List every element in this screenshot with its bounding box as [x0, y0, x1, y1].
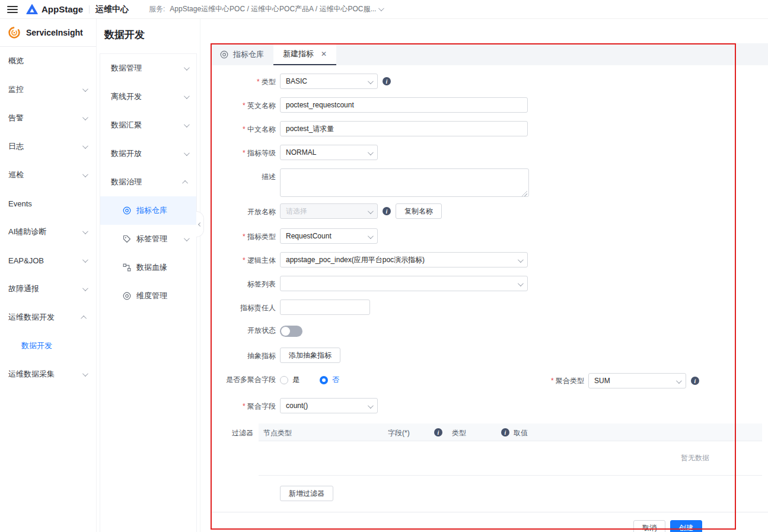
chevron-down-icon	[82, 114, 88, 120]
chevron-down-icon	[368, 233, 374, 239]
menu-item-data-open[interactable]: 数据开放	[100, 139, 196, 168]
sidebar-item-overview[interactable]: 概览	[0, 47, 96, 75]
toggle-knob	[281, 327, 290, 336]
field-label: 聚合类型	[549, 376, 584, 386]
info-icon[interactable]	[434, 428, 442, 437]
info-icon[interactable]	[501, 428, 509, 437]
secondary-sidebar: 数据开发 数据管理 离线开发 数据汇聚 数据开放 数据治理 指标仓库	[97, 19, 200, 532]
metric-type-select-value: RequestCount	[286, 232, 332, 240]
sidebar-item-label: 数据开发	[21, 340, 87, 351]
chevron-down-icon	[368, 403, 374, 409]
sidebar-item-data-dev[interactable]: 数据开发	[0, 332, 96, 360]
chevron-down-icon	[82, 285, 88, 291]
form-row-filter: 过滤器 节点类型 字段(*) 类型 取值 暂无数据	[211, 423, 768, 476]
tag-list-select[interactable]	[280, 276, 528, 291]
chevron-down-icon	[368, 208, 374, 214]
app-logo[interactable]: AppStage	[26, 4, 83, 14]
filter-table-header: 节点类型 字段(*) 类型 取值	[259, 423, 762, 441]
sidebar-item-label: Events	[8, 199, 87, 208]
open-status-toggle[interactable]	[280, 326, 302, 337]
level-select[interactable]: NORMAL	[280, 145, 378, 160]
owner-input[interactable]	[280, 300, 370, 315]
chevron-down-icon	[82, 143, 88, 149]
menu-item-offline-dev[interactable]: 离线开发	[100, 82, 196, 111]
resize-grip-icon[interactable]	[522, 191, 527, 196]
tab-metric-warehouse[interactable]: 指标仓库	[211, 43, 273, 65]
form-row-add-filter: 新增过滤器	[211, 486, 768, 501]
sidebar-item-fault-report[interactable]: 故障通报	[0, 275, 96, 303]
description-textarea[interactable]	[280, 168, 529, 197]
chevron-down-icon	[82, 228, 88, 234]
field-label: 抽象指标	[211, 348, 276, 361]
menu-icon[interactable]	[7, 6, 18, 13]
sidebar-item-events[interactable]: Events	[0, 189, 96, 218]
add-abstract-metric-button[interactable]: 添加抽象指标	[280, 348, 340, 363]
column-header: 节点类型	[263, 428, 292, 438]
cn-name-input[interactable]	[280, 121, 528, 136]
filter-table: 节点类型 字段(*) 类型 取值 暂无数据	[259, 423, 762, 476]
service-breadcrumb[interactable]: AppStage运维中心POC / 运维中心POC产品A / 运维中心POC服.…	[170, 4, 376, 14]
form-row-multi-agg: 是否多聚合字段 是 否 聚合类型 SUM	[211, 372, 768, 385]
create-button[interactable]: 创建	[670, 520, 702, 532]
menu-item-label: 指标仓库	[136, 205, 188, 216]
menu-item-data-aggregation[interactable]: 数据汇聚	[100, 111, 196, 139]
chevron-down-icon[interactable]	[378, 5, 384, 11]
sidebar-item-ops-data-dev[interactable]: 运维数据开发	[0, 303, 96, 332]
sidebar-item-label: 运维数据开发	[8, 312, 82, 323]
chevron-down-icon	[82, 257, 88, 263]
en-name-input[interactable]	[280, 97, 528, 113]
sidebar-item-label: 运维数据采集	[8, 369, 82, 380]
menu-item-tag-management[interactable]: 标签管理	[100, 225, 196, 253]
field-label: 逻辑主体	[211, 252, 276, 266]
copy-name-button[interactable]: 复制名称	[396, 203, 442, 219]
add-filter-button[interactable]: 新增过滤器	[280, 486, 333, 501]
info-icon[interactable]	[383, 77, 391, 85]
chevron-down-icon	[184, 235, 190, 241]
sidebar-item-label: 监控	[8, 84, 82, 95]
type-select[interactable]: BASIC	[280, 74, 378, 89]
radio-no[interactable]: 否	[320, 375, 339, 385]
field-label-spacer	[211, 486, 276, 489]
chevron-left-icon	[197, 222, 202, 226]
service-label: 服务:	[149, 4, 165, 14]
tab-new-metric[interactable]: 新建指标	[273, 43, 336, 65]
menu-item-label: 数据治理	[111, 177, 184, 187]
sidebar-item-logs[interactable]: 日志	[0, 132, 96, 161]
form-row-description: 描述	[211, 168, 768, 199]
sidebar-item-ops-data-collect[interactable]: 运维数据采集	[0, 360, 96, 388]
info-icon[interactable]	[691, 377, 699, 385]
logic-entity-select[interactable]: appstage_poc_index(应用平台poc演示指标)	[280, 252, 528, 267]
radio-yes[interactable]: 是	[280, 375, 299, 385]
sidebar-collapse-handle[interactable]	[196, 211, 204, 237]
tab-label: 指标仓库	[233, 49, 264, 60]
form-row-tag-list: 标签列表	[211, 276, 768, 291]
sidebar-item-inspection[interactable]: 巡检	[0, 161, 96, 189]
form-row-open-status: 开放状态	[211, 323, 768, 337]
sidebar-item-alerts[interactable]: 告警	[0, 104, 96, 132]
sidebar-item-eap-job[interactable]: EAP&JOB	[0, 246, 96, 275]
target-icon	[123, 292, 131, 300]
multi-agg-radio-group: 是 否	[280, 372, 339, 385]
form-footer: 取消 创建	[211, 520, 768, 532]
menu-item-metric-warehouse[interactable]: 指标仓库	[100, 196, 196, 225]
menu-item-dimension-management[interactable]: 维度管理	[100, 282, 196, 310]
menu-item-data-governance[interactable]: 数据治理	[100, 168, 196, 196]
field-label: 描述	[211, 168, 276, 182]
chevron-down-icon	[676, 378, 682, 384]
menu-item-data-lineage[interactable]: 数据血缘	[100, 253, 196, 282]
cancel-button[interactable]: 取消	[633, 520, 665, 532]
level-select-value: NORMAL	[286, 148, 316, 157]
menu-item-data-management[interactable]: 数据管理	[100, 54, 196, 82]
agg-field-select[interactable]: count()	[280, 398, 378, 413]
sidebar-item-label: 概览	[8, 56, 87, 66]
agg-field-select-value: count()	[286, 402, 308, 410]
info-icon[interactable]	[383, 207, 391, 215]
close-icon[interactable]	[321, 50, 327, 58]
sidebar-item-ai-diagnosis[interactable]: AI辅助诊断	[0, 218, 96, 246]
radio-label: 是	[292, 375, 299, 385]
form-row-en-name: 英文名称	[211, 97, 768, 113]
chevron-down-icon	[518, 281, 524, 286]
agg-type-select[interactable]: SUM	[588, 373, 686, 388]
metric-type-select[interactable]: RequestCount	[280, 228, 378, 244]
sidebar-item-monitoring[interactable]: 监控	[0, 75, 96, 104]
